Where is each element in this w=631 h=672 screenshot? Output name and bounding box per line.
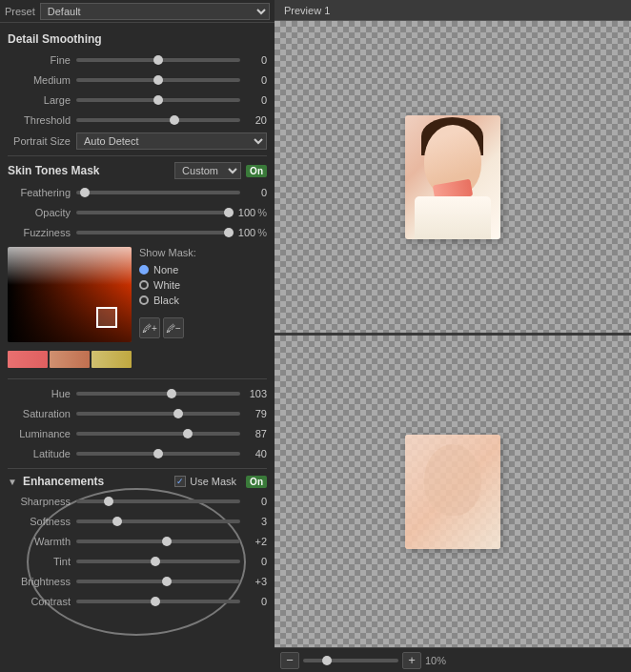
radio-black[interactable]: Black	[139, 295, 196, 306]
contrast-thumb[interactable]	[151, 597, 160, 606]
fuzziness-row: Fuzziness 100 %	[8, 224, 267, 241]
preview-content	[275, 21, 631, 647]
zoom-level-label: 10%	[425, 655, 446, 666]
eyedropper-sub-icon: 🖉−	[166, 323, 181, 334]
swatch-skin[interactable]	[50, 351, 90, 368]
enhancements-container: Sharpness 0 Softness 3 Warmth +2	[8, 493, 267, 610]
preset-bar: Preset Default	[0, 0, 275, 23]
latitude-thumb[interactable]	[153, 449, 163, 458]
large-slider[interactable]	[76, 98, 240, 102]
softness-slider[interactable]	[76, 519, 240, 523]
tint-slider[interactable]	[76, 560, 240, 563]
enhancements-on-badge[interactable]: On	[246, 476, 267, 488]
eyedropper-add-icon: 🖉+	[142, 323, 157, 334]
eyedropper-add-button[interactable]: 🖉+	[139, 317, 160, 338]
color-picker-overlay	[8, 247, 132, 342]
swatch-yellow[interactable]	[92, 351, 132, 368]
preview-top	[275, 21, 631, 333]
tint-thumb[interactable]	[151, 557, 160, 566]
opacity-label: Opacity	[8, 207, 76, 218]
feathering-thumb[interactable]	[80, 188, 90, 197]
warmth-thumb[interactable]	[162, 537, 172, 546]
brightness-label: Brightness	[8, 576, 76, 587]
medium-label: Medium	[8, 74, 76, 86]
latitude-value: 40	[240, 448, 267, 459]
feathering-slider[interactable]	[76, 191, 240, 194]
saturation-label: Saturation	[8, 408, 76, 419]
preset-label: Preset	[5, 6, 35, 17]
bottom-face	[424, 444, 481, 516]
checkbox-check-icon: ✓	[176, 477, 184, 486]
zoom-thumb[interactable]	[322, 656, 332, 665]
opacity-slider[interactable]	[76, 211, 229, 214]
preview-tab-label: Preview 1	[284, 5, 330, 16]
preview-tab[interactable]: Preview 1	[275, 0, 631, 21]
opacity-row: Opacity 100 %	[8, 204, 267, 221]
large-thumb[interactable]	[153, 95, 163, 105]
softness-thumb[interactable]	[112, 517, 122, 526]
radio-none[interactable]: None	[139, 264, 196, 275]
fuzziness-slider[interactable]	[76, 231, 229, 234]
saturation-thumb[interactable]	[173, 409, 183, 418]
brightness-slider[interactable]	[76, 580, 240, 583]
fuzziness-thumb[interactable]	[224, 228, 234, 237]
medium-thumb[interactable]	[153, 75, 163, 85]
large-value: 0	[240, 94, 267, 106]
toolbar-bottom: − + 10%	[275, 647, 631, 672]
divider-1	[8, 155, 267, 156]
zoom-in-icon: +	[408, 653, 416, 667]
warmth-label: Warmth	[8, 536, 76, 547]
sharpness-label: Sharpness	[8, 496, 76, 507]
threshold-thumb[interactable]	[170, 115, 179, 125]
threshold-slider[interactable]	[76, 118, 240, 122]
preset-select[interactable]: Default	[40, 3, 270, 20]
zoom-out-button[interactable]: −	[280, 652, 299, 669]
warmth-slider[interactable]	[76, 540, 240, 543]
fine-thumb[interactable]	[153, 55, 163, 65]
hue-row: Hue 103	[8, 385, 267, 402]
medium-slider[interactable]	[76, 78, 240, 82]
enhance-arrow-icon: ▼	[8, 477, 17, 487]
divider-3	[8, 468, 267, 469]
skin-tones-on-badge[interactable]: On	[246, 165, 267, 177]
detail-smoothing-title: Detail Smoothing	[8, 32, 267, 46]
use-mask-checkbox[interactable]: ✓	[174, 476, 186, 487]
radio-none-dot[interactable]	[139, 265, 149, 275]
fine-slider[interactable]	[76, 58, 240, 62]
use-mask-check[interactable]: ✓ Use Mask	[174, 476, 236, 487]
contrast-row: Contrast 0	[8, 593, 267, 610]
radio-black-dot[interactable]	[139, 295, 149, 305]
sharpness-thumb[interactable]	[104, 497, 113, 506]
saturation-slider[interactable]	[76, 412, 240, 416]
hue-value: 103	[240, 388, 267, 399]
hue-label: Hue	[8, 388, 76, 399]
portrait-size-row: Portrait Size Auto Detect Custom	[8, 132, 267, 150]
luminance-row: Luminance 87	[8, 425, 267, 442]
warmth-value: +2	[240, 536, 267, 547]
luminance-slider[interactable]	[76, 432, 240, 436]
radio-black-label: Black	[153, 295, 179, 306]
large-row: Large 0	[8, 92, 267, 109]
eyedropper-sub-button[interactable]: 🖉−	[163, 317, 184, 338]
latitude-slider[interactable]	[76, 452, 240, 456]
zoom-in-button[interactable]: +	[402, 652, 421, 669]
portrait-size-select[interactable]: Auto Detect Custom	[76, 132, 267, 150]
threshold-label: Threshold	[8, 114, 76, 126]
sharpness-slider[interactable]	[76, 499, 240, 503]
radio-white-dot[interactable]	[139, 280, 149, 290]
radio-white[interactable]: White	[139, 279, 196, 291]
portrait-body	[415, 196, 491, 239]
hue-thumb[interactable]	[167, 389, 176, 398]
skin-tones-title: Skin Tones Mask	[8, 164, 170, 177]
brightness-thumb[interactable]	[162, 577, 172, 586]
skin-tones-dropdown[interactable]: Custom Auto	[174, 162, 241, 179]
zoom-slider[interactable]	[303, 659, 398, 662]
luminance-thumb[interactable]	[183, 429, 193, 438]
hue-slider[interactable]	[76, 392, 240, 396]
swatch-pink[interactable]	[8, 351, 48, 368]
latitude-row: Latitude 40	[8, 445, 267, 462]
contrast-slider[interactable]	[76, 600, 240, 603]
color-picker[interactable]	[8, 247, 132, 342]
threshold-row: Threshold 20	[8, 112, 267, 129]
opacity-thumb[interactable]	[224, 208, 234, 217]
